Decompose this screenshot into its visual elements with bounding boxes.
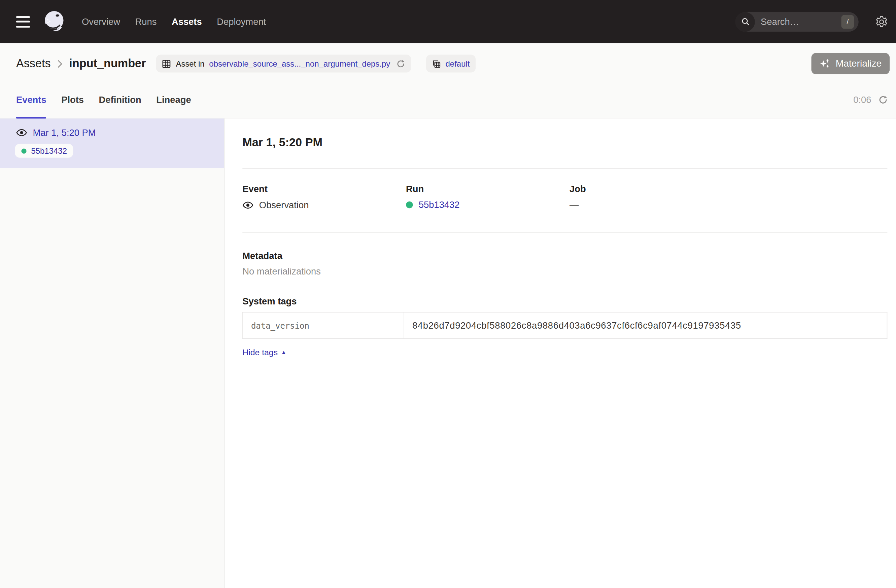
settings-gear-icon[interactable] (875, 15, 888, 29)
nav-item-deployment[interactable]: Deployment (217, 17, 266, 27)
hide-tags-button[interactable]: Hide tags ▲ (242, 348, 286, 357)
search-shortcut-key: / (841, 15, 854, 29)
breadcrumb: Assets input_number Asset in observable_… (0, 43, 896, 82)
asset-group-icon (431, 59, 440, 68)
search-icon (736, 12, 755, 31)
run-id-link[interactable]: 55b13432 (419, 200, 460, 210)
run-column-label: Run (406, 184, 570, 194)
top-nav: Overview Runs Assets Deployment / (0, 0, 896, 43)
run-status-dot (406, 202, 413, 208)
tab-lineage[interactable]: Lineage (156, 82, 191, 118)
event-detail-title: Mar 1, 5:20 PM (242, 135, 887, 149)
asset-chip-prefix: Asset in (176, 59, 204, 68)
observation-eye-icon (242, 200, 253, 211)
page-title: input_number (69, 57, 146, 70)
observation-eye-icon (16, 127, 27, 138)
event-run-chip[interactable]: 55b13432 (15, 144, 73, 158)
table-grid-icon (162, 59, 171, 68)
content-area: Mar 1, 5:20 PM 55b13432 Mar 1, 5:20 PM E… (0, 119, 896, 588)
asset-header: Assets input_number Asset in observable_… (0, 43, 896, 119)
asset-definition-link[interactable]: observable_source_ass..._non_argument_de… (209, 59, 390, 68)
reload-definition-icon[interactable] (396, 59, 405, 68)
job-empty-value: — (570, 200, 579, 210)
asset-definition-chip[interactable]: Asset in observable_source_ass..._non_ar… (156, 55, 411, 73)
hamburger-menu-icon[interactable] (16, 16, 30, 27)
tag-key-cell: data_version (243, 312, 404, 339)
tag-value-cell: 84b26d7d9204cbf588026c8a9886d403a6c9637c… (404, 312, 887, 339)
search-input[interactable] (761, 17, 830, 27)
asset-group-link[interactable]: default (446, 59, 470, 68)
run-column: Run 55b13432 (406, 184, 570, 211)
event-list-item-selected[interactable]: Mar 1, 5:20 PM 55b13432 (0, 119, 224, 168)
event-list-sidebar: Mar 1, 5:20 PM 55b13432 (0, 119, 224, 588)
nav-item-assets[interactable]: Assets (172, 17, 202, 27)
run-status-dot (21, 148, 26, 153)
tab-events[interactable]: Events (16, 82, 46, 118)
global-search[interactable]: / (736, 12, 859, 31)
metadata-heading: Metadata (242, 251, 887, 261)
nav-item-overview[interactable]: Overview (82, 17, 120, 27)
refresh-countdown: 0:06 (853, 94, 871, 105)
divider (242, 232, 887, 233)
tab-plots[interactable]: Plots (61, 82, 84, 118)
run-id-label: 55b13432 (31, 146, 67, 155)
event-column-label: Event (242, 184, 406, 194)
event-summary-columns: Event Observation Run 55b13432 Job — (242, 184, 887, 211)
hide-tags-label: Hide tags (242, 348, 278, 357)
event-timestamp-link[interactable]: Mar 1, 5:20 PM (33, 128, 96, 138)
main-nav: Overview Runs Assets Deployment (82, 17, 266, 27)
event-detail-panel: Mar 1, 5:20 PM Event Observation Run 55b… (224, 119, 896, 588)
job-column-label: Job (570, 184, 733, 194)
divider (242, 168, 887, 169)
dagster-logo-icon[interactable] (39, 7, 68, 36)
table-row: data_version 84b26d7d9204cbf588026c8a988… (243, 312, 887, 339)
tab-definition[interactable]: Definition (99, 82, 142, 118)
metadata-empty-text: No materializations (242, 266, 887, 277)
materialize-label: Materialize (836, 58, 882, 69)
nav-item-runs[interactable]: Runs (135, 17, 157, 27)
caret-up-icon: ▲ (281, 349, 286, 354)
materialize-button[interactable]: Materialize (812, 53, 890, 74)
job-column: Job — (570, 184, 733, 211)
sparkle-icon (820, 58, 831, 69)
refresh-icon[interactable] (878, 95, 888, 105)
event-column: Event Observation (242, 184, 406, 211)
system-tags-table: data_version 84b26d7d9204cbf588026c8a988… (242, 312, 887, 339)
breadcrumb-assets-link[interactable]: Assets (16, 57, 51, 70)
chevron-right-icon (57, 59, 62, 68)
asset-tabs: Events Plots Definition Lineage 0:06 (0, 82, 896, 119)
system-tags-heading: System tags (242, 296, 887, 307)
dagster-app: Overview Runs Assets Deployment / Assets… (0, 0, 896, 588)
event-type-value: Observation (259, 200, 309, 210)
asset-group-chip[interactable]: default (426, 55, 475, 73)
